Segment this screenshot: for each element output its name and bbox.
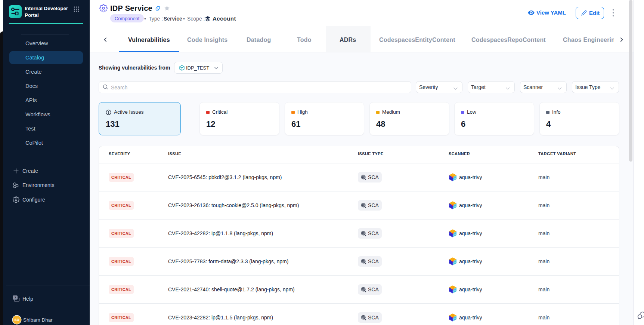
svg-text:?: ? [14,296,16,300]
